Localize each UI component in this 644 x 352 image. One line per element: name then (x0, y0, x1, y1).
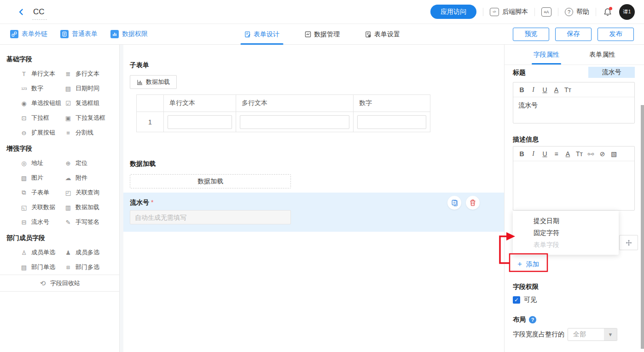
rule-drag-handle[interactable] (619, 235, 638, 250)
vertical-scrollbar[interactable] (641, 105, 644, 349)
field-item-address[interactable]: ◎地址 (20, 156, 64, 170)
font-color-icon[interactable]: A (551, 86, 562, 94)
underline-icon[interactable]: U (539, 86, 551, 94)
field-item-divider-line[interactable]: ≡分割线 (64, 125, 119, 140)
font-size-icon[interactable]: Tᴛ (574, 150, 585, 158)
extend-button-icon: ⊖ (20, 129, 28, 136)
multi-line-text-input[interactable] (240, 115, 349, 129)
bold-icon[interactable]: B (516, 86, 528, 94)
subform-data-row: 1 (137, 112, 430, 132)
trash-icon (469, 199, 476, 206)
field-item-subform[interactable]: ⧉子表单 (20, 185, 64, 200)
font-size-icon[interactable]: Tᴛ (562, 86, 574, 94)
dropdown-option-submit-date[interactable]: 提交日期 (513, 215, 619, 227)
title-label: 标题 (513, 69, 526, 76)
serial-number-input[interactable] (130, 210, 291, 224)
italic-icon[interactable]: I (528, 86, 539, 94)
description-editor-value[interactable] (513, 161, 634, 210)
translate-icon[interactable]: ≡A (541, 7, 551, 17)
field-item-member-multi[interactable]: ♟成员多选 (64, 245, 119, 260)
single-line-text-input[interactable] (168, 115, 232, 129)
backend-script-button[interactable]: ‹/› 后端脚本 (490, 8, 528, 16)
dropdown-option-form-field[interactable]: 表单字段 (513, 239, 619, 251)
data-load-button[interactable]: 数据加载 (130, 174, 291, 188)
selected-field-badge[interactable]: 流水号 (588, 67, 635, 78)
title-editor-value[interactable]: 流水号 (513, 97, 634, 123)
font-color-icon[interactable]: A (562, 150, 574, 158)
tab-data-manage[interactable]: 数据管理 (303, 24, 341, 45)
field-item-select[interactable]: ⊡下拉框 (20, 111, 64, 125)
italic-icon[interactable]: I (528, 150, 539, 158)
address-icon: ◎ (20, 160, 28, 167)
field-item-attachment[interactable]: ☁附件 (64, 170, 119, 185)
canvas-content: 子表单 数据加载 单行文本 多行文本 数字 1 (123, 45, 504, 232)
visible-checkbox-row[interactable]: ✓ 可见 (513, 296, 537, 304)
bold-icon[interactable]: B (516, 150, 528, 158)
description-editor-toolbar: B I U ≡ A Tᴛ ⧟ ⊘ ▧ (513, 147, 634, 161)
field-item-number[interactable]: 123数字 (20, 81, 64, 96)
field-item-dept-multi[interactable]: ⧈部门多选 (64, 260, 119, 275)
normal-form[interactable]: 普通表单 (60, 30, 98, 38)
subform-data-load-button[interactable]: 数据加载 (130, 75, 177, 89)
align-icon[interactable]: ≡ (551, 150, 562, 158)
form-external-link[interactable]: 表单外链 (10, 30, 47, 38)
field-item-image[interactable]: ▧图片 (20, 170, 64, 185)
divider (558, 8, 558, 16)
avatar[interactable]: 谭1 (619, 4, 635, 20)
field-item-signature[interactable]: ✎手写签名 (64, 215, 119, 229)
copy-field-button[interactable] (447, 196, 461, 210)
insert-image-icon[interactable]: ▧ (608, 150, 620, 158)
data-permission[interactable]: 数据权限 (110, 30, 148, 38)
serial-number-field-selected[interactable]: 流水号* (123, 193, 504, 232)
checked-checkbox[interactable]: ✓ (513, 296, 520, 304)
multi-select-icon: ▣ (64, 115, 72, 122)
field-item-relation-data[interactable]: ◱关联数据 (20, 200, 64, 215)
unlink-icon[interactable]: ⊘ (597, 150, 608, 158)
field-item-multi-select[interactable]: ▣下拉复选框 (64, 111, 119, 125)
layout-help-icon[interactable]: ? (529, 316, 536, 323)
panel-content: 标题 流水号 B I U A Tᴛ 流水号 描述信息 B (505, 65, 644, 211)
divider (596, 8, 596, 16)
field-item-member-single[interactable]: ♙成员单选 (20, 245, 64, 260)
field-item-serial-number[interactable]: ⊟流水号 (20, 215, 64, 229)
location-icon: ⊕ (64, 160, 72, 167)
preview-button[interactable]: 预览 (513, 28, 549, 41)
publish-button[interactable]: 发布 (598, 28, 634, 41)
field-item-checkbox-group[interactable]: ☑复选框组 (64, 96, 119, 111)
tab-form-settings[interactable]: 表单设置 (364, 24, 401, 45)
serial-number-icon: ⊟ (20, 219, 28, 226)
field-item-dept-single[interactable]: ▤部门单选 (20, 260, 64, 275)
save-button[interactable]: 保存 (555, 28, 592, 41)
designer-tabs: 表单设计 数据管理 表单设置 (243, 24, 401, 45)
field-item-multi-line-text[interactable]: ≣多行文本 (64, 66, 119, 81)
tab-field-properties[interactable]: 字段属性 (518, 45, 574, 65)
single-line-text-icon: T (20, 70, 28, 77)
back-button[interactable] (16, 6, 27, 18)
help-button[interactable]: ? 帮助 (565, 8, 589, 16)
relation-query-icon: ◰ (64, 189, 72, 196)
notification-bell-icon[interactable] (603, 7, 613, 17)
field-item-relation-query[interactable]: ◰关联查询 (64, 185, 119, 200)
index-header (137, 95, 164, 112)
field-width-select[interactable]: 全部 ▼ (568, 328, 617, 341)
field-item-single-line-text[interactable]: T单行文本 (20, 66, 64, 81)
field-item-location[interactable]: ⊕定位 (64, 156, 119, 170)
add-rule-button[interactable]: ＋ 添加 (516, 259, 539, 269)
number-input[interactable] (357, 115, 426, 129)
description-editor: B I U ≡ A Tᴛ ⧟ ⊘ ▧ (513, 146, 635, 211)
col-number: 数字 (354, 95, 430, 112)
field-item-radio-group[interactable]: ◉单选按钮组 (20, 96, 64, 111)
tab-form-design[interactable]: 表单设计 (243, 24, 280, 45)
tab-form-properties[interactable]: 表单属性 (574, 45, 631, 65)
app-access-button[interactable]: 应用访问 (430, 5, 476, 19)
field-recycle-bin[interactable]: ⟲ 字段回收站 (0, 275, 119, 292)
field-item-extend-button[interactable]: ⊖扩展按钮 (20, 125, 64, 140)
link-icon[interactable]: ⧟ (585, 150, 597, 158)
field-item-data-load[interactable]: ▥数据加载 (64, 200, 119, 215)
dropdown-option-fixed-chars[interactable]: 固定字符 (513, 227, 619, 239)
dept-single-icon: ▤ (20, 264, 28, 271)
delete-field-button[interactable] (466, 196, 480, 210)
plus-icon: ＋ (516, 259, 523, 269)
underline-icon[interactable]: U (539, 150, 551, 158)
field-item-datetime[interactable]: ▤日期时间 (64, 81, 119, 96)
